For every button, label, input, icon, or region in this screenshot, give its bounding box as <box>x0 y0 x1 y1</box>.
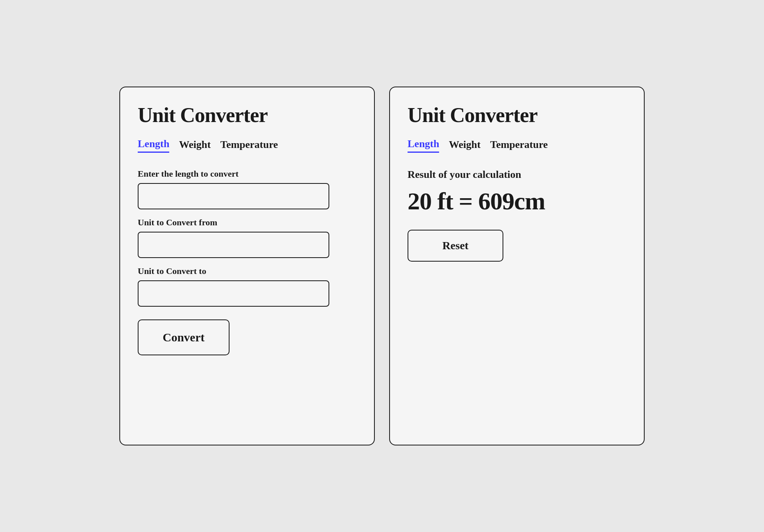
to-unit-group: Unit to Convert to <box>138 266 356 307</box>
result-value: 20 ft = 609cm <box>408 187 626 215</box>
to-unit-label: Unit to Convert to <box>138 266 356 276</box>
right-tab-weight[interactable]: Weight <box>449 138 480 153</box>
length-input-group: Enter the length to convert <box>138 169 356 209</box>
left-tabs: Length Weight Temperature <box>138 138 356 153</box>
right-tabs: Length Weight Temperature <box>408 138 626 153</box>
left-tab-temperature[interactable]: Temperature <box>220 138 278 153</box>
right-tab-temperature[interactable]: Temperature <box>490 138 548 153</box>
page-wrapper: Unit Converter Length Weight Temperature… <box>0 71 764 461</box>
from-unit-label: Unit to Convert from <box>138 217 356 228</box>
right-tab-length[interactable]: Length <box>408 138 439 153</box>
left-tab-weight[interactable]: Weight <box>179 138 210 153</box>
convert-button[interactable]: Convert <box>138 319 230 355</box>
right-card: Unit Converter Length Weight Temperature… <box>389 87 645 445</box>
left-card-title: Unit Converter <box>138 103 356 127</box>
left-tab-length[interactable]: Length <box>138 138 169 153</box>
from-unit-group: Unit to Convert from <box>138 217 356 258</box>
length-input[interactable] <box>138 183 329 209</box>
from-unit-input[interactable] <box>138 232 329 258</box>
left-card: Unit Converter Length Weight Temperature… <box>119 87 375 445</box>
right-card-title: Unit Converter <box>408 103 626 127</box>
result-subtitle: Result of your calculation <box>408 169 626 181</box>
length-label: Enter the length to convert <box>138 169 356 179</box>
reset-button[interactable]: Reset <box>408 230 503 262</box>
to-unit-input[interactable] <box>138 280 329 307</box>
